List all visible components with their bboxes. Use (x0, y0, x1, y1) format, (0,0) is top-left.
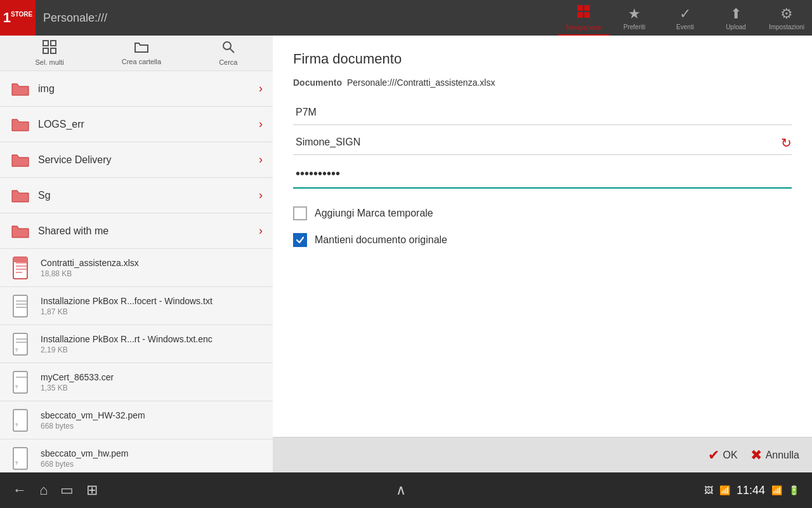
screenshot-icon[interactable]: ⊞ (86, 482, 98, 498)
format-input[interactable] (293, 100, 792, 125)
system-time: 11:44 (737, 484, 765, 497)
logo-text: 1 (3, 10, 11, 26)
doc-row: Documento Personale:///Contratti_assiste… (293, 77, 792, 88)
nav-item-upload[interactable]: ⬆ Upload (710, 0, 761, 36)
cancel-label: Annulla (766, 450, 799, 461)
file-mycert-details: myCert_86533.cer 1,35 KB (41, 372, 263, 392)
nav-label-impostazioni: Impostazioni (769, 23, 804, 30)
svg-rect-0 (577, 5, 583, 11)
battery-icon: 🔋 (789, 485, 799, 495)
svg-rect-15 (13, 257, 27, 262)
eventi-icon: ✓ (679, 6, 691, 22)
cancel-button[interactable]: ✖ Annulla (750, 447, 799, 464)
svg-rect-2 (577, 12, 583, 18)
navigazione-icon (576, 4, 591, 23)
nav-item-eventi[interactable]: ✓ Eventi (660, 0, 710, 36)
password-input[interactable] (293, 160, 792, 189)
nav-item-preferiti[interactable]: ★ Preferiti (609, 0, 660, 36)
main-panel: Firma documento Documento Personale:///C… (273, 36, 812, 472)
svg-text:?: ? (15, 423, 18, 427)
checkbox-timestamp-label: Aggiungi Marca temporale (315, 208, 433, 219)
file-install-focert-details: Installazione PkBox R...focert - Windows… (41, 296, 263, 316)
system-bar: ← ⌂ ▭ ⊞ ∧ 🖼 📶 11:44 📶 🔋 (0, 472, 812, 508)
folder-img[interactable]: img › (0, 71, 273, 107)
sel-multi-button[interactable]: Sel. multi (36, 40, 64, 66)
nav-label-preferiti: Preferiti (624, 23, 645, 30)
ok-label: OK (723, 450, 738, 461)
signal-icon: 📶 (719, 485, 730, 495)
file-install-focert-icon (10, 293, 33, 319)
cerca-icon (221, 40, 235, 57)
crea-cartella-button[interactable]: Crea cartella (122, 41, 161, 65)
recent-apps-icon[interactable]: ▭ (60, 482, 74, 498)
doc-path: Personale:///Contratti_assistenza.xlsx (347, 77, 495, 88)
sidebar-list: img › LOGS_err › Service Delivery › (0, 71, 273, 472)
folder-sg-icon (10, 185, 30, 206)
file-sbeccato-hw-size: 668 bytes (41, 460, 263, 469)
folder-service-delivery[interactable]: Service Delivery › (0, 142, 273, 178)
home-icon[interactable]: ⌂ (39, 482, 48, 498)
svg-text:?: ? (15, 461, 18, 465)
file-sbeccato-hw32-size: 668 bytes (41, 422, 263, 431)
sys-status-area: 🖼 📶 11:44 📶 🔋 (704, 484, 799, 497)
folder-shared-with-me[interactable]: Shared with me › (0, 213, 273, 249)
svg-line-9 (230, 48, 234, 53)
nav-label-upload: Upload (726, 23, 746, 30)
cerca-label: Cerca (219, 58, 237, 66)
folder-logs-err[interactable]: LOGS_err › (0, 107, 273, 142)
file-install-enc[interactable]: ? Installazione PkBox R...rt - Windows.t… (0, 325, 273, 363)
folder-shared-arrow: › (259, 224, 263, 237)
checkbox-original[interactable] (293, 233, 307, 247)
sel-multi-icon (43, 40, 56, 57)
checkbox-original-label: Mantieni documento originale (315, 234, 447, 246)
file-sbeccato-hw32-details: sbeccato_vm_HW-32.pem 668 bytes (41, 410, 263, 431)
file-contratti-size: 18,88 KB (41, 269, 263, 278)
file-sbeccato-hw32-icon: ? (10, 408, 33, 433)
file-mycert-name: myCert_86533.cer (41, 372, 263, 382)
svg-rect-29 (13, 448, 27, 469)
svg-rect-5 (51, 41, 56, 46)
nav-label-eventi: Eventi (676, 23, 694, 30)
logo-store: STORE (11, 11, 32, 18)
app-logo[interactable]: 1 STORE (0, 0, 36, 36)
ok-button[interactable]: ✔ OK (708, 447, 738, 464)
user-input[interactable] (293, 130, 792, 155)
folder-shared-icon (10, 221, 30, 241)
top-bar: 1 STORE Personale:/// Navigazione ★ Pref… (0, 0, 812, 36)
refresh-icon[interactable]: ↻ (781, 135, 792, 150)
crea-cartella-icon (134, 41, 149, 57)
user-field-wrap: ↻ (293, 130, 792, 155)
svg-rect-27 (13, 410, 27, 431)
ok-check-icon: ✔ (708, 447, 719, 464)
folder-img-arrow: › (259, 82, 263, 95)
file-mycert[interactable]: ? myCert_86533.cer 1,35 KB (0, 363, 273, 401)
svg-text:?: ? (15, 385, 18, 389)
folder-sg[interactable]: Sg › (0, 178, 273, 213)
file-contratti[interactable]: Contratti_assistenza.xlsx 18,88 KB (0, 249, 273, 287)
folder-service-label: Service Delivery (38, 154, 259, 166)
folder-service-icon (10, 150, 30, 170)
nav-item-impostazioni[interactable]: ⚙ Impostazioni (761, 0, 812, 36)
file-sbeccato-hw[interactable]: ? sbeccato_vm_hw.pem 668 bytes (0, 439, 273, 472)
nav-label-navigazione: Navigazione (566, 24, 601, 31)
checkbox-timestamp[interactable] (293, 206, 307, 220)
file-install-enc-size: 2,19 KB (41, 345, 263, 354)
folder-logs-icon (10, 114, 30, 135)
cerca-button[interactable]: Cerca (219, 40, 237, 66)
file-install-focert[interactable]: Installazione PkBox R...focert - Windows… (0, 287, 273, 325)
checkbox-timestamp-row[interactable]: Aggiungi Marca temporale (293, 206, 792, 220)
nav-item-navigazione[interactable]: Navigazione (558, 0, 609, 36)
folder-sg-label: Sg (38, 190, 259, 201)
file-sbeccato-hw32[interactable]: ? sbeccato_vm_HW-32.pem 668 bytes (0, 401, 273, 439)
upload-icon: ⬆ (730, 6, 742, 22)
sys-center-button[interactable]: ∧ (396, 482, 406, 498)
file-mycert-icon: ? (10, 370, 33, 395)
folder-sg-arrow: › (259, 189, 263, 202)
svg-rect-24 (13, 371, 27, 393)
checkbox-original-row[interactable]: Mantieni documento originale (293, 233, 792, 247)
gallery-icon: 🖼 (704, 485, 713, 495)
back-icon[interactable]: ← (13, 482, 27, 498)
file-sbeccato-hw-name: sbeccato_vm_hw.pem (41, 448, 263, 458)
file-contratti-details: Contratti_assistenza.xlsx 18,88 KB (41, 258, 263, 278)
svg-rect-16 (13, 295, 27, 317)
